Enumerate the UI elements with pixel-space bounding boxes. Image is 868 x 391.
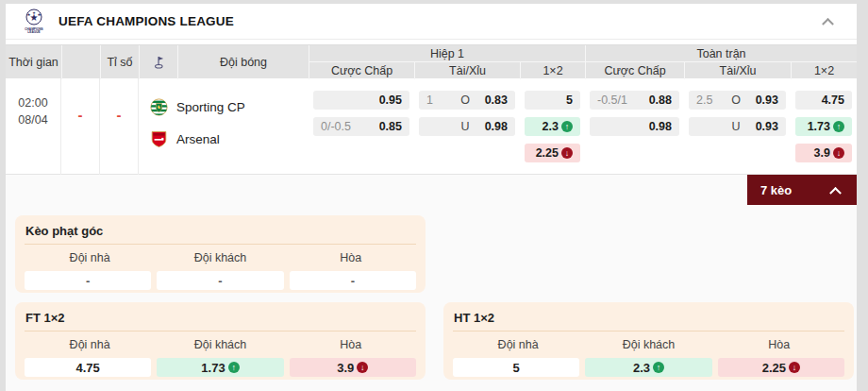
- svg-text:★: ★: [26, 12, 30, 17]
- corner-draw-odd[interactable]: -: [290, 271, 416, 290]
- match-row: 02:00 08/04 - -: [6, 78, 857, 175]
- corner-home-odd[interactable]: -: [25, 271, 151, 290]
- group-header-half1: Hiệp 1: [309, 45, 585, 62]
- odds-value: 0.98: [474, 120, 508, 133]
- arsenal-crest-icon: [150, 130, 168, 148]
- odds-value: 2.25: [762, 361, 786, 375]
- divider: [25, 244, 416, 245]
- home-label: Đội nhà: [25, 338, 155, 351]
- h1-overunder-column: 1 O 0.83 U 0.98: [414, 78, 520, 175]
- h1-1x2-column: 5 2.3 ↑ 2.25 ↓: [520, 78, 585, 175]
- h1-handicap-odd-1[interactable]: 0.95: [313, 91, 409, 110]
- trend-up-icon: ↑: [833, 121, 844, 132]
- trend-up-icon: ↑: [653, 362, 664, 373]
- panel-title: HT 1×2: [453, 311, 844, 325]
- panel-column-labels: Đội nhà Đội khách Hòa: [453, 338, 844, 351]
- odds-value: 0.93: [744, 120, 778, 133]
- league-title: UEFA CHAMPIONS LEAGUE: [58, 14, 234, 28]
- home-label: Đội nhà: [25, 251, 155, 264]
- odds-value: 1.73: [808, 120, 830, 133]
- h1-handicap-column: 0.95 0/-0.5 0.85: [309, 78, 414, 175]
- more-odds-bar[interactable]: 7 kèo: [747, 175, 857, 205]
- away-team-row[interactable]: Arsenal: [150, 129, 309, 148]
- away-label: Đội khách: [155, 338, 285, 351]
- ou-line: 2.5: [696, 94, 727, 107]
- col-header-corner: [139, 45, 177, 79]
- ht-1x2-panel: HT 1×2 Đội nhà Đội khách Hòa 5 2.3 ↑ 2.2…: [443, 302, 854, 380]
- ht-away-odd[interactable]: 2.3 ↑: [585, 358, 711, 377]
- score-home-cell: -: [61, 78, 100, 175]
- ft-1x2-home-odd[interactable]: 4.75: [795, 91, 852, 110]
- collapse-league-button[interactable]: [820, 13, 836, 29]
- ft-draw-odd[interactable]: 3.9 ↓: [290, 358, 416, 377]
- corner-away-odd[interactable]: -: [157, 271, 283, 290]
- panel-values: 5 2.3 ↑ 2.25 ↓: [453, 358, 844, 377]
- panel-values: - - -: [25, 271, 416, 290]
- col-header-score: Tỉ số: [100, 45, 139, 79]
- ft-1x2-away-odd[interactable]: 1.73 ↑: [795, 117, 852, 136]
- ft-away-odd[interactable]: 1.73 ↑: [157, 358, 283, 377]
- league-header: ★ ★ ★ ★ CHAMPIONS LEAGUE UEFA CHAMPIONS …: [6, 4, 857, 40]
- ht-draw-odd[interactable]: 2.25 ↓: [718, 358, 844, 377]
- odds-value: -: [86, 274, 90, 288]
- group-header-fulltime: Toàn trận: [585, 45, 857, 62]
- under-label: U: [727, 120, 744, 133]
- match-time-cell: 02:00 08/04: [6, 78, 61, 175]
- away-team-name: Arsenal: [176, 132, 220, 146]
- h1-1x2-draw-odd[interactable]: 2.25 ↓: [525, 144, 580, 162]
- ou-line: 1: [426, 94, 457, 107]
- corner-flag-icon: [152, 55, 166, 70]
- ft-1x2-column: 4.75 1.73 ↑ 3.9 ↓: [791, 78, 857, 175]
- away-label: Đội khách: [155, 251, 285, 264]
- draw-label: Hòa: [714, 338, 844, 351]
- h1-handicap-odd-2[interactable]: 0/-0.5 0.85: [313, 117, 409, 136]
- h1-over-odd[interactable]: 1 O 0.83: [419, 91, 515, 110]
- table-header: Thời gian Tỉ số Đội bóng Hiệp 1 Toàn trậ…: [6, 44, 857, 78]
- odds-value: 2.3: [542, 120, 559, 133]
- trend-down-icon: ↓: [789, 362, 800, 373]
- col-header-blank: [61, 45, 100, 79]
- odds-value: 5: [566, 94, 573, 107]
- ft-under-odd[interactable]: U 0.93: [689, 117, 786, 136]
- home-label: Đội nhà: [453, 338, 583, 351]
- chevron-up-icon: [822, 18, 834, 30]
- h1-under-odd[interactable]: U 0.98: [419, 117, 515, 136]
- subheader-ft-1x2: 1×2: [791, 62, 857, 79]
- subheader-h1-overunder: Tài/Xỉu: [414, 62, 520, 79]
- subheader-ft-handicap: Cược Chấp: [585, 62, 684, 79]
- odds-value: 0.83: [474, 94, 508, 107]
- draw-label: Hòa: [286, 338, 416, 351]
- svg-text:♞: ♞: [157, 104, 161, 110]
- home-team-row[interactable]: ♞ Sporting CP: [150, 97, 309, 116]
- panel-title: Kèo phạt góc: [25, 224, 416, 238]
- ft-over-odd[interactable]: 2.5 O 0.93: [689, 91, 786, 110]
- handicap-line: -0.5/1: [597, 94, 638, 107]
- odds-value: -: [218, 274, 222, 288]
- uefa-champions-league-logo: ★ ★ ★ ★ CHAMPIONS LEAGUE: [23, 8, 45, 35]
- trend-down-icon: ↓: [357, 362, 368, 373]
- odds-value: 0.98: [638, 120, 672, 133]
- teams-cell: ♞ Sporting CP Arsenal: [139, 78, 309, 175]
- svg-text:★: ★: [32, 9, 36, 14]
- ft-handicap-odd-1[interactable]: -0.5/1 0.88: [590, 91, 679, 110]
- away-label: Đội khách: [583, 338, 713, 351]
- panel-column-labels: Đội nhà Đội khách Hòa: [25, 338, 416, 351]
- subheader-h1-1x2: 1×2: [520, 62, 585, 79]
- h1-1x2-away-odd[interactable]: 2.3 ↑: [525, 117, 580, 136]
- ft-1x2-draw-odd[interactable]: 3.9 ↓: [795, 144, 852, 162]
- ft-handicap-odd-2[interactable]: 0.98: [590, 117, 679, 136]
- col-header-team: Đội bóng: [177, 45, 309, 79]
- draw-label: Hòa: [286, 251, 416, 264]
- ft-overunder-column: 2.5 O 0.93 U 0.93: [684, 78, 791, 175]
- more-odds-count: 7 kèo: [760, 183, 792, 197]
- ht-home-odd[interactable]: 5: [453, 358, 579, 377]
- odds-value: 1.73: [201, 361, 225, 375]
- content: ★ ★ ★ ★ CHAMPIONS LEAGUE UEFA CHAMPIONS …: [6, 4, 857, 391]
- over-label: O: [457, 94, 474, 107]
- subheader-h1-handicap: Cược Chấp: [309, 62, 414, 79]
- ft-home-odd[interactable]: 4.75: [25, 358, 151, 377]
- odds-value: 3.9: [337, 361, 354, 375]
- ft-handicap-column: -0.5/1 0.88 0.98: [585, 78, 684, 175]
- under-label: U: [457, 120, 474, 133]
- h1-1x2-home-odd[interactable]: 5: [525, 91, 580, 110]
